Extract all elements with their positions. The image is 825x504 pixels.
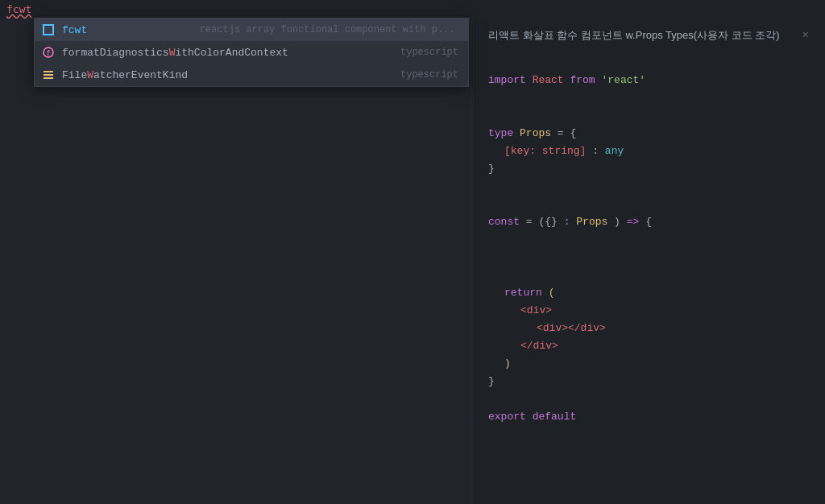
div-close-line: </div> [520, 337, 812, 355]
any-keyword: any [605, 145, 624, 157]
import-line: import React from 'react' [488, 72, 812, 89]
svg-rect-4 [44, 77, 53, 79]
props-name: Props [520, 127, 551, 139]
item-name-file-w-highlight: W [87, 69, 93, 81]
autocomplete-item-file[interactable]: FileWatcherEventKind typescript [35, 64, 468, 86]
key-keyword: [key: string] [504, 145, 586, 157]
svg-rect-3 [44, 74, 53, 76]
div-inner-tag: <div></div> [537, 322, 606, 334]
blank-line-2 [488, 89, 812, 107]
props-ref: Props [576, 216, 607, 228]
function-svg-icon: ƒ [42, 46, 55, 59]
item-name-fcwt: fcwt [62, 24, 193, 36]
blank-line-7 [488, 249, 812, 266]
doc-code-preview: import React from 'react' type Props = {… [488, 54, 812, 426]
key-any-line: [key: string] : any [504, 143, 812, 160]
autocomplete-dropdown: fcwt reactjs array functional component … [34, 18, 469, 87]
arrow: => [627, 216, 640, 228]
final-brace: } [488, 375, 495, 387]
close-paren: ) [504, 357, 511, 370]
default-keyword: default [533, 411, 577, 423]
blank-line-6 [488, 231, 812, 249]
enum-icon [41, 68, 56, 82]
title-text: fcwt [6, 3, 31, 15]
open-paren: ( [549, 287, 555, 299]
div-close-tag: </div> [520, 340, 558, 352]
import-keyword: import [488, 74, 526, 86]
main-layout: fcwt reactjs array functional component … [0, 18, 825, 504]
item-name-file-suffix: atcherEventKind [93, 69, 188, 81]
const-keyword: const [488, 216, 520, 228]
autocomplete-item-fcwt[interactable]: fcwt reactjs array functional component … [35, 19, 468, 41]
item-name-suffix: ithColorAndContext [175, 47, 288, 59]
autocomplete-item-format[interactable]: ƒ formatDiagnosticsWithColorAndContext t… [35, 41, 468, 64]
react-string: 'react' [601, 74, 645, 86]
blank-line-9 [488, 390, 812, 408]
svg-rect-2 [44, 71, 53, 72]
function-icon: ƒ [41, 45, 56, 60]
svg-text:ƒ: ƒ [46, 49, 50, 57]
title-bar: fcwt [0, 0, 825, 18]
snippet-icon [41, 23, 56, 37]
colon-props: : [564, 216, 570, 228]
from-keyword: from [570, 74, 595, 86]
doc-close-button[interactable]: ✕ [799, 27, 812, 41]
item-type-file: typescript [400, 69, 462, 81]
export-keyword: export [488, 411, 526, 423]
blank-line-4 [488, 178, 812, 196]
item-name-format: formatDiagnosticsWithColorAndContext [62, 47, 400, 59]
item-name-highlight: fcwt [62, 24, 87, 36]
paren-close-line: ) [504, 355, 812, 373]
doc-header: 리액트 화살표 함수 컴포넌트 w.Props Types(사용자 코드 조각)… [488, 27, 812, 44]
left-panel: fcwt reactjs array functional component … [0, 18, 475, 504]
blank-line-1 [488, 54, 812, 72]
export-line: export default [488, 408, 812, 426]
div-open-line: <div> [520, 302, 812, 320]
item-name-file-prefix: File [62, 69, 87, 81]
item-type-format: typescript [400, 47, 462, 58]
type-props-line: type Props = { [488, 125, 812, 143]
type-keyword: type [488, 127, 513, 139]
blank-line-8 [488, 266, 812, 284]
item-name-prefix: formatDiagnostics [62, 47, 169, 59]
div-open-tag: <div> [520, 304, 552, 316]
enum-svg-icon [42, 68, 55, 81]
close-brace: } [488, 163, 495, 175]
react-name: React [533, 74, 564, 86]
close-brace-line: } [488, 160, 812, 178]
item-desc-fcwt: reactjs array functional component with … [200, 24, 462, 35]
return-line: return ( [504, 284, 812, 302]
blank-line-5 [488, 196, 812, 213]
const-line: const = ({} : Props ) => { [488, 213, 812, 231]
return-keyword: return [504, 287, 542, 299]
blank-line-3 [488, 107, 812, 125]
doc-panel: 리액트 화살표 함수 컴포넌트 w.Props Types(사용자 코드 조각)… [475, 18, 825, 504]
item-name-file: FileWatcherEventKind [62, 69, 400, 81]
doc-title: 리액트 화살표 함수 컴포넌트 w.Props Types(사용자 코드 조각) [488, 27, 780, 44]
div-inner-line: <div></div> [537, 320, 812, 337]
final-brace-line: } [488, 373, 812, 390]
